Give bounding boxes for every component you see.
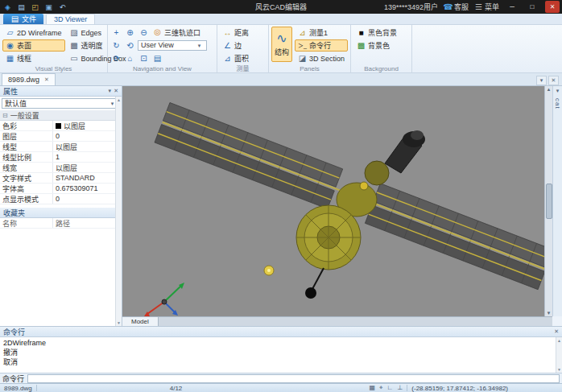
scroll-down-icon[interactable]: ▼ [117, 320, 121, 325]
3d-section-label: 3D Section [309, 55, 345, 63]
edge-button[interactable]: ∠ 边 [220, 39, 266, 52]
general-settings-label: 一般设置 [10, 110, 39, 121]
scroll-down-icon[interactable]: ▼ [547, 311, 552, 316]
property-row-point-display[interactable]: 点显示模式 0 [0, 194, 122, 204]
3d-viewport[interactable]: ▲ ▼ [122, 86, 552, 316]
measure1-panel-button[interactable]: ⊿ 测量1 [295, 27, 348, 39]
ortho-toggle-icon[interactable]: ∟ [387, 384, 394, 392]
tab-3d-viewer[interactable]: 3D Viewer [46, 14, 95, 24]
spin-view-icon[interactable]: ⟳ [110, 52, 122, 64]
properties-scrollbar[interactable]: ▲ ▼ [115, 97, 122, 326]
command-line-panel-button[interactable]: ＞_ 命令行 [295, 39, 348, 52]
open-document-icon[interactable]: ◰ [30, 2, 40, 12]
area-button[interactable]: ⊿ 面积 [220, 52, 266, 64]
zoom-in-icon[interactable]: ⊕ [124, 27, 136, 38]
minimize-button[interactable]: ─ [505, 1, 519, 13]
measure1-label: 测量1 [309, 27, 328, 38]
distance-icon: ↔ [223, 29, 232, 37]
edges-icon: ▨ [70, 29, 79, 37]
property-row-linetype-scale[interactable]: 线型比例 1 [0, 152, 122, 163]
properties-title: 属性 [3, 86, 18, 97]
property-row-layer[interactable]: 图层 0 [0, 131, 122, 142]
scrollbar-thumb[interactable] [546, 184, 552, 219]
command-line-panel-label: 命令行 [309, 40, 331, 51]
collapse-icon[interactable]: ⊟ [2, 112, 8, 119]
tab-file[interactable]: ▤ 文件 [3, 14, 43, 24]
status-page-counter: 4/12 [170, 385, 183, 392]
panels-group-label: Panels [269, 65, 350, 72]
3d-track-icon: ◎ [153, 28, 162, 36]
property-value: 以图层 [53, 163, 122, 172]
user-account-label[interactable]: 139****3492用户 [384, 2, 438, 12]
collapsed-panel-tab[interactable]: cat [554, 98, 561, 109]
bounding-box-icon: ▭ [70, 55, 79, 63]
measure-group-label: 测量 [217, 64, 268, 72]
scroll-up-icon[interactable]: ▲ [547, 87, 552, 92]
navigation-group-label: Navigation and View [108, 65, 217, 72]
3d-track-toggle[interactable]: ◎ 三维轨迹口 [151, 27, 202, 38]
3d-section-button[interactable]: ◪ 3D Section [295, 52, 348, 64]
viewport-scrollbar[interactable]: ▲ ▼ [544, 86, 552, 316]
snap-toggle-icon[interactable]: ⌖ [379, 384, 383, 392]
background-color-button[interactable]: ▩ 背景色 [353, 39, 409, 52]
grid-toggle-icon[interactable]: ▦ [369, 384, 375, 392]
save-icon[interactable]: ▣ [43, 2, 54, 12]
property-row-linetype[interactable]: 线型 以图层 [0, 142, 122, 152]
home-view-icon[interactable]: ⌂ [124, 52, 136, 64]
command-input[interactable] [27, 374, 560, 383]
panel-pin-icon[interactable]: ▾ [556, 88, 560, 94]
model-layout-tab[interactable]: Model [122, 317, 159, 326]
scroll-up-icon[interactable]: ▲ [557, 338, 561, 343]
surface-style-button[interactable]: ◉ 表面 [2, 39, 65, 52]
customer-service-label: 客服 [454, 2, 469, 12]
property-row-color[interactable]: 色彩 以图层 [0, 121, 122, 131]
favorites-columns-row: 名称 路径 [0, 218, 122, 229]
general-settings-group[interactable]: ⊟ 一般设置 [0, 110, 122, 121]
scroll-up-icon[interactable]: ▲ [117, 97, 121, 102]
wireframe-style-button[interactable]: ▦ 线框 [2, 52, 65, 64]
structure-panel-button[interactable]: ∿ 结构 [271, 27, 292, 62]
command-panel-scrollbar[interactable]: ▲ ▼ [556, 337, 562, 373]
chevron-down-icon: ▾ [195, 43, 204, 48]
close-button[interactable]: ✕ [545, 1, 560, 13]
zoom-out-icon[interactable]: ⊖ [138, 27, 150, 38]
menu-icon: ☰ [474, 3, 483, 11]
property-row-text-height[interactable]: 字体高 0.675309071 [0, 184, 122, 194]
property-row-text-style[interactable]: 文字样式 STANDARD [0, 173, 122, 184]
black-background-icon: ■ [357, 29, 366, 37]
property-value: 0 [53, 194, 122, 204]
new-document-icon[interactable]: ▤ [16, 2, 27, 12]
undo-icon[interactable]: ↶ [57, 2, 68, 12]
pan-icon[interactable]: + [110, 27, 122, 38]
user-view-dropdown[interactable]: User View ▾ [138, 40, 207, 51]
properties-close-icon[interactable]: ✕ [114, 88, 118, 94]
document-list-icon[interactable]: ▾ [536, 76, 547, 85]
black-background-button[interactable]: ■ 黑色背景 [353, 27, 409, 39]
cad-editor-window: ◈ ▤ ◰ ▣ ↶ 风云CAD编辑器 139****3492用户 ☎ 客服 ☰ … [0, 0, 562, 392]
orbit-icon[interactable]: ↻ [110, 39, 122, 51]
distance-button[interactable]: ↔ 距离 [220, 27, 266, 39]
favorites-header: 收藏夹 ▴ [0, 208, 122, 218]
property-row-lineweight[interactable]: 线宽 以图层 [0, 163, 122, 173]
customer-service-button[interactable]: ☎ 客服 [444, 2, 469, 12]
command-panel-close-icon[interactable]: ✕ [554, 328, 559, 335]
property-label: 图层 [0, 131, 53, 141]
free-orbit-icon[interactable]: ⟲ [124, 39, 136, 51]
scroll-down-icon[interactable]: ▼ [557, 367, 561, 372]
2d-wireframe-button[interactable]: ▱ 2D Wireframe [2, 27, 65, 39]
menu-button[interactable]: ☰ 菜单 [474, 2, 499, 12]
zoom-window-icon[interactable]: ⊡ [138, 52, 150, 64]
document-tab[interactable]: 8989.dwg ✕ [2, 73, 56, 85]
property-value: 1 [53, 152, 122, 162]
properties-pin-icon[interactable]: ▾ [109, 88, 112, 94]
status-bar: 8989.dwg 4/12 ▦ ⌖ ∟ ⊥ (-28.85159; 17.874… [0, 383, 562, 392]
maximize-button[interactable]: □ [525, 1, 539, 13]
document-close-icon[interactable]: ✕ [44, 76, 49, 83]
command-panel-title: 命令行 [3, 327, 25, 337]
document-window-close-icon[interactable]: ✕ [548, 76, 559, 85]
views-icon[interactable]: ▤ [151, 52, 163, 64]
properties-preset-dropdown[interactable]: 默认值 ▾ [2, 98, 120, 109]
command-history-line: 2DWireframe [3, 338, 559, 348]
perpendicular-toggle-icon[interactable]: ⊥ [397, 384, 403, 392]
area-icon: ⊿ [223, 55, 232, 63]
